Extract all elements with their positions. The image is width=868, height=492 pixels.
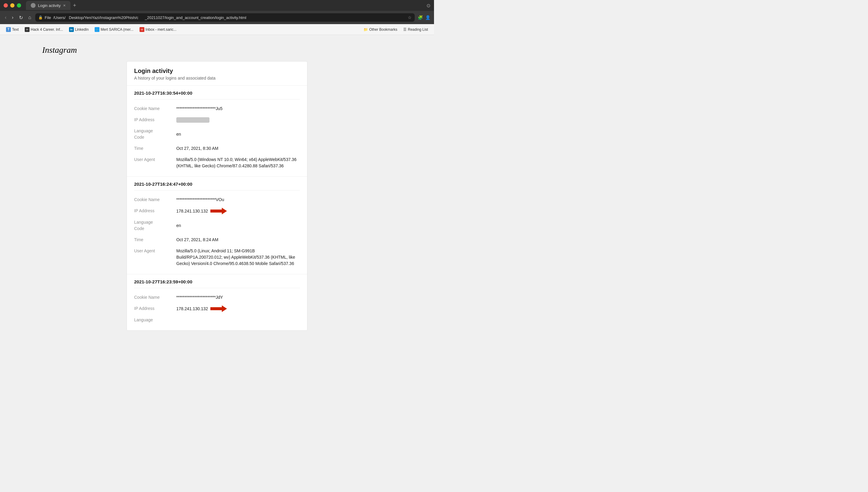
- field-label-time-2: Time: [134, 237, 176, 243]
- field-row-ip-1: IP Address: [134, 114, 300, 125]
- traffic-lights: [4, 3, 21, 7]
- instagram-logo: Instagram: [36, 41, 398, 61]
- field-value-ip-1: [176, 117, 300, 123]
- card-title: Login activity: [134, 68, 300, 74]
- lock-icon: 🔒: [38, 16, 43, 20]
- home-button[interactable]: ⌂: [27, 14, 32, 21]
- field-value-cookie-3: ************************JdY: [176, 294, 300, 300]
- field-value-ua-2: Mozilla/5.0 (Linux; Android 11; SM-G991B…: [176, 248, 300, 267]
- field-row-ua-1: User Agent Mozilla/5.0 (Windows NT 10.0;…: [134, 154, 300, 172]
- instagram-logo-text: Instagram: [42, 45, 77, 54]
- field-row-time-1: Time Oct 27, 2021, 8:30 AM: [134, 143, 300, 154]
- tab-close-button[interactable]: ✕: [63, 4, 66, 7]
- tab-title: Login activity: [38, 3, 60, 8]
- bookmark-linkedin[interactable]: in LinkedIn: [67, 26, 91, 33]
- bookmark-hack4career-label: Hack 4 Career. Inf...: [31, 27, 63, 32]
- field-value-cookie-1: ************************Ju5: [176, 105, 300, 112]
- reading-list-label: Reading List: [408, 27, 428, 32]
- field-row-ip-2: IP Address 178.241.130.132: [134, 205, 300, 217]
- linkedin-icon: in: [69, 27, 74, 32]
- bookmark-twitter[interactable]: 🐦 Mert SARICA (mer...: [92, 26, 136, 33]
- field-value-ip-3: 178.241.130.132: [176, 305, 300, 312]
- back-button[interactable]: ‹: [4, 14, 7, 21]
- twitter-icon: 🐦: [95, 27, 99, 32]
- main-card: Login activity A history of your logins …: [127, 61, 307, 331]
- url-text: File /Users/ Desktop/YeniYazi/Instagram%…: [45, 16, 406, 20]
- field-row-time-2: Time Oct 27, 2021, 8:24 AM: [134, 234, 300, 245]
- field-label-ip-3: IP Address: [134, 305, 176, 312]
- page-content: Instagram Login activity A history of yo…: [0, 35, 434, 340]
- entry-timestamp-3: 2021-10-27T16:23:59+00:00: [134, 279, 300, 288]
- tab-favicon: [31, 3, 35, 8]
- svg-marker-1: [210, 305, 227, 312]
- svg-marker-0: [210, 208, 227, 214]
- ip-blurred-1: [176, 117, 209, 123]
- maximize-button[interactable]: [17, 3, 21, 7]
- ip-address-2: 178.241.130.132: [176, 208, 208, 214]
- other-bookmarks[interactable]: 📁 Other Bookmarks: [361, 26, 400, 33]
- bookmark-gmail-label: Inbox - mert.saric...: [146, 27, 177, 32]
- reload-button[interactable]: ↻: [18, 14, 24, 22]
- field-label-cookie-3: Cookie Name: [134, 294, 176, 300]
- field-label-time-1: Time: [134, 145, 176, 152]
- field-value-cookie-2: ************************VOu: [176, 197, 300, 203]
- text-bookmark-icon: T: [6, 27, 11, 32]
- field-value-ua-1: Mozilla/5.0 (Windows NT 10.0; Win64; x64…: [176, 156, 300, 169]
- bookmark-twitter-label: Mert SARICA (mer...: [101, 27, 133, 32]
- profile-icon[interactable]: 👤: [425, 15, 430, 20]
- new-tab-button[interactable]: +: [73, 2, 76, 9]
- field-label-lang-3: Language: [134, 317, 176, 323]
- field-row-ua-2: User Agent Mozilla/5.0 (Linux; Android 1…: [134, 245, 300, 269]
- bookmarks-bar: T Text H Hack 4 Career. Inf... in Linked…: [0, 24, 434, 35]
- card-header: Login activity A history of your logins …: [127, 62, 307, 85]
- hack4career-icon: H: [25, 27, 29, 32]
- field-row-cookie-3: Cookie Name ************************JdY: [134, 292, 300, 303]
- field-row-cookie-2: Cookie Name ************************VOu: [134, 194, 300, 205]
- field-value-ip-2: 178.241.130.132: [176, 208, 300, 214]
- field-label-lang-2: LanguageCode: [134, 219, 176, 232]
- card-subtitle: A history of your logins and associated …: [134, 76, 300, 80]
- entry-timestamp-2: 2021-10-27T16:24:47+00:00: [134, 181, 300, 191]
- field-value-time-1: Oct 27, 2021, 8:30 AM: [176, 145, 300, 152]
- bookmark-star-icon[interactable]: ☆: [408, 15, 412, 20]
- field-label-ua-1: User Agent: [134, 156, 176, 169]
- field-row-lang-1: LanguageCode en: [134, 125, 300, 143]
- login-entry-1: 2021-10-27T16:30:54+00:00 Cookie Name **…: [127, 85, 307, 177]
- field-label-lang-1: LanguageCode: [134, 128, 176, 141]
- entry-timestamp-1: 2021-10-27T16:30:54+00:00: [134, 91, 300, 99]
- close-button[interactable]: [4, 3, 8, 7]
- bookmarks-right: 📁 Other Bookmarks ☰ Reading List: [361, 26, 430, 33]
- minimize-button[interactable]: [10, 3, 15, 7]
- tab-bar: Login activity ✕ +: [26, 1, 427, 10]
- login-entry-2: 2021-10-27T16:24:47+00:00 Cookie Name **…: [127, 177, 307, 274]
- url-field[interactable]: 🔒 File /Users/ Desktop/YeniYazi/Instagra…: [35, 13, 415, 22]
- other-bookmarks-label: Other Bookmarks: [369, 27, 397, 32]
- field-value-time-2: Oct 27, 2021, 8:24 AM: [176, 237, 300, 243]
- bookmark-hack4career[interactable]: H Hack 4 Career. Inf...: [22, 26, 66, 33]
- reading-list[interactable]: ☰ Reading List: [401, 26, 430, 33]
- field-label-cookie-1: Cookie Name: [134, 105, 176, 112]
- bookmark-gmail[interactable]: M Inbox - mert.saric...: [137, 26, 179, 33]
- titlebar: Login activity ✕ + ⊙: [0, 0, 434, 11]
- field-label-ip-1: IP Address: [134, 117, 176, 123]
- ip-address-3: 178.241.130.132: [176, 306, 208, 312]
- window-icon: ⊙: [427, 3, 430, 8]
- field-row-lang-3: Language: [134, 315, 300, 326]
- gmail-icon: M: [139, 27, 144, 32]
- field-row-ip-3: IP Address 178.241.130.132: [134, 303, 300, 315]
- forward-button[interactable]: ›: [10, 14, 15, 21]
- field-label-ip-2: IP Address: [134, 208, 176, 214]
- folder-icon: 📁: [363, 27, 368, 32]
- extensions-icon[interactable]: 🧩: [418, 15, 423, 20]
- bookmark-text-label: Text: [12, 27, 19, 32]
- field-label-cookie-2: Cookie Name: [134, 197, 176, 203]
- field-value-lang-1: en: [176, 128, 300, 141]
- bookmark-text[interactable]: T Text: [4, 26, 21, 33]
- urlbar-actions: 🧩 👤: [418, 15, 430, 20]
- field-value-lang-3: [176, 317, 300, 323]
- reading-list-icon: ☰: [403, 27, 407, 32]
- login-entry-3: 2021-10-27T16:23:59+00:00 Cookie Name **…: [127, 274, 307, 330]
- active-tab[interactable]: Login activity ✕: [26, 1, 71, 10]
- urlbar: ‹ › ↻ ⌂ 🔒 File /Users/ Desktop/YeniYazi/…: [0, 11, 434, 24]
- red-arrow-3: [210, 305, 227, 312]
